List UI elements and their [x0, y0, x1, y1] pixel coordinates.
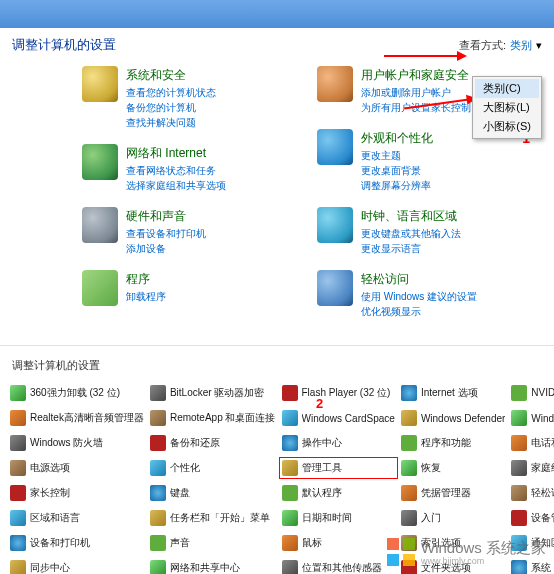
view-option-small-icons[interactable]: 小图标(S) — [475, 117, 539, 136]
view-mode-dropdown[interactable]: 类别(C) 大图标(L) 小图标(S) — [472, 76, 542, 139]
applet-item[interactable]: 入门 — [399, 508, 507, 528]
applet-item[interactable]: 360强力卸载 (32 位) — [8, 383, 146, 403]
applet-icon — [10, 535, 26, 551]
applet-icon — [401, 385, 417, 401]
view-option-category[interactable]: 类别(C) — [475, 79, 539, 98]
applet-item[interactable]: 个性化 — [148, 458, 278, 478]
applet-item[interactable]: 通知区域图标 — [509, 533, 554, 553]
category-link[interactable]: 更改桌面背景 — [361, 164, 433, 178]
chevron-down-icon: ▾ — [536, 39, 542, 52]
category-clock-language[interactable]: 时钟、语言和区域 更改键盘或其他输入法 更改显示语言 — [317, 207, 542, 256]
category-link[interactable]: 调整屏幕分辨率 — [361, 179, 433, 193]
applet-label: 电源选项 — [30, 461, 70, 475]
view-mode-current[interactable]: 类别 — [510, 38, 532, 53]
category-link[interactable]: 更改主题 — [361, 149, 433, 163]
applet-item[interactable]: RemoteApp 和桌面连接 — [148, 408, 278, 428]
applet-item[interactable]: Windows CardSpace — [280, 408, 397, 428]
applet-item[interactable]: 家长控制 — [8, 483, 146, 503]
category-title[interactable]: 轻松访问 — [361, 271, 477, 288]
applet-icon — [282, 485, 298, 501]
applet-item[interactable]: 位置和其他传感器 — [280, 558, 397, 574]
applet-label: 程序和功能 — [421, 436, 471, 450]
category-link[interactable]: 更改键盘或其他输入法 — [361, 227, 461, 241]
applet-label: RemoteApp 和桌面连接 — [170, 411, 276, 425]
category-link[interactable]: 添加或删除用户帐户 — [361, 86, 471, 100]
applet-icon — [511, 510, 527, 526]
applet-item[interactable]: 设备管理器 — [509, 508, 554, 528]
category-link[interactable]: 查看网络状态和任务 — [126, 164, 226, 178]
category-link[interactable]: 选择家庭组和共享选项 — [126, 179, 226, 193]
applet-item[interactable]: 文件夹选项 — [399, 558, 507, 574]
applet-item[interactable]: 索引选项 — [399, 533, 507, 553]
view-mode-control[interactable]: 查看方式: 类别 ▾ — [459, 38, 542, 53]
applet-item[interactable]: Internet 选项 — [399, 383, 507, 403]
applet-icon — [150, 485, 166, 501]
applet-item[interactable]: BitLocker 驱动器加密 — [148, 383, 278, 403]
applet-item[interactable]: 电话和调制解调器 — [509, 433, 554, 453]
applet-item[interactable]: 任务栏和「开始」菜单 — [148, 508, 278, 528]
category-network[interactable]: 网络和 Internet 查看网络状态和任务 选择家庭组和共享选项 — [82, 144, 307, 193]
applet-item[interactable]: 区域和语言 — [8, 508, 146, 528]
category-link[interactable]: 卸载程序 — [126, 290, 166, 304]
view-option-large-icons[interactable]: 大图标(L) — [475, 98, 539, 117]
applet-item[interactable]: 备份和还原 — [148, 433, 278, 453]
applet-item[interactable]: 轻松访问中心 — [509, 483, 554, 503]
category-link[interactable]: 优化视频显示 — [361, 305, 477, 319]
applet-item[interactable]: Realtek高清晰音频管理器 — [8, 408, 146, 428]
category-link[interactable]: 更改显示语言 — [361, 242, 461, 256]
category-column-left: 系统和安全 查看您的计算机状态 备份您的计算机 查找并解决问题 网络和 Inte… — [82, 66, 307, 333]
applet-item[interactable]: NVIDIA 控制面板 — [509, 383, 554, 403]
category-hardware[interactable]: 硬件和声音 查看设备和打印机 添加设备 — [82, 207, 307, 256]
category-link[interactable]: 备份您的计算机 — [126, 101, 216, 115]
category-title[interactable]: 系统和安全 — [126, 67, 216, 84]
applet-icon — [401, 535, 417, 551]
applet-item[interactable]: 默认程序 — [280, 483, 397, 503]
category-link[interactable]: 查找并解决问题 — [126, 116, 216, 130]
applet-icon — [282, 435, 298, 451]
category-link[interactable]: 使用 Windows 建议的设置 — [361, 290, 477, 304]
applet-icon — [282, 460, 298, 476]
category-title[interactable]: 程序 — [126, 271, 166, 288]
category-programs[interactable]: 程序 卸载程序 — [82, 270, 307, 306]
applet-item[interactable]: 操作中心 — [280, 433, 397, 453]
applet-item[interactable]: 鼠标 — [280, 533, 397, 553]
globe-icon — [82, 144, 118, 180]
applet-item[interactable]: Flash Player (32 位) — [280, 383, 397, 403]
applet-item[interactable]: 程序和功能 — [399, 433, 507, 453]
applet-item[interactable]: Windows Defender — [399, 408, 507, 428]
applet-icon — [511, 385, 527, 401]
applet-icon — [401, 560, 417, 574]
category-ease-of-access[interactable]: 轻松访问 使用 Windows 建议的设置 优化视频显示 — [317, 270, 542, 319]
category-link[interactable]: 查看您的计算机状态 — [126, 86, 216, 100]
applet-item[interactable]: 声音 — [148, 533, 278, 553]
applet-item[interactable]: 电源选项 — [8, 458, 146, 478]
applet-item[interactable]: 家庭组 — [509, 458, 554, 478]
category-link[interactable]: 为所有用户设置家长控制 — [361, 101, 471, 115]
applet-icon — [282, 510, 298, 526]
category-title[interactable]: 网络和 Internet — [126, 145, 226, 162]
applet-label: 家庭组 — [531, 461, 554, 475]
category-title[interactable]: 硬件和声音 — [126, 208, 206, 225]
applet-item[interactable]: 设备和打印机 — [8, 533, 146, 553]
applet-label: Windows Update — [531, 413, 554, 424]
applet-item[interactable]: 同步中心 — [8, 558, 146, 574]
category-title[interactable]: 时钟、语言和区域 — [361, 208, 461, 225]
applet-item[interactable]: 键盘 — [148, 483, 278, 503]
applet-item[interactable]: 系统 — [509, 558, 554, 574]
category-system-security[interactable]: 系统和安全 查看您的计算机状态 备份您的计算机 查找并解决问题 — [82, 66, 307, 130]
applet-label: 入门 — [421, 511, 441, 525]
applet-item[interactable]: 凭据管理器 — [399, 483, 507, 503]
shield-icon — [82, 66, 118, 102]
applet-label: 凭据管理器 — [421, 486, 471, 500]
category-link[interactable]: 添加设备 — [126, 242, 206, 256]
applet-icon — [10, 485, 26, 501]
applet-item[interactable]: 管理工具 — [280, 458, 397, 478]
category-title[interactable]: 用户帐户和家庭安全 — [361, 67, 471, 84]
applet-item[interactable]: Windows 防火墙 — [8, 433, 146, 453]
applet-item[interactable]: 日期和时间 — [280, 508, 397, 528]
category-link[interactable]: 查看设备和打印机 — [126, 227, 206, 241]
applet-item[interactable]: 网络和共享中心 — [148, 558, 278, 574]
category-title[interactable]: 外观和个性化 — [361, 130, 433, 147]
applet-item[interactable]: 恢复 — [399, 458, 507, 478]
applet-item[interactable]: Windows Update — [509, 408, 554, 428]
